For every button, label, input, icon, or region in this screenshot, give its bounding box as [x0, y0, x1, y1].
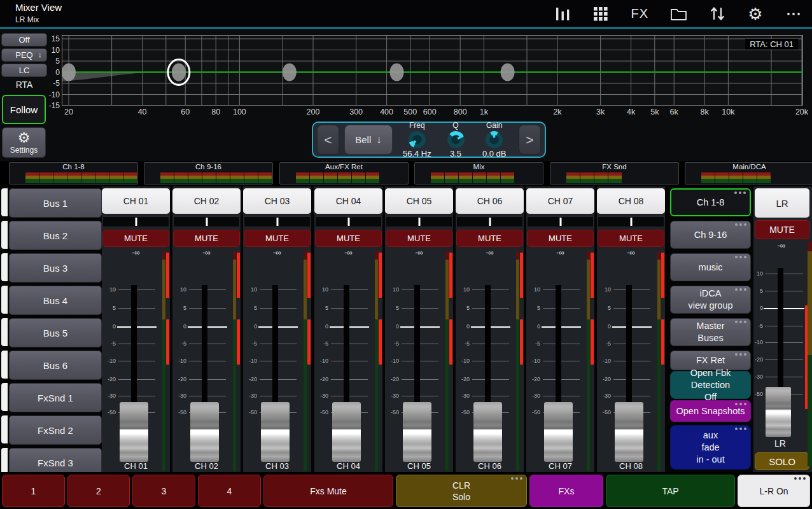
fader-cap[interactable] — [403, 402, 431, 462]
channel-mute-button[interactable]: MUTE — [598, 230, 664, 247]
eq-mode-off[interactable]: Off — [1, 33, 47, 46]
view-group-open-snapshots[interactable]: Open Snapshots — [670, 400, 751, 422]
fader-cap[interactable] — [190, 402, 219, 462]
bottom-button-fxs-mute[interactable]: Fxs Mute — [263, 475, 393, 507]
follow-button[interactable]: Follow — [2, 95, 46, 124]
freq-tick-label: 3k — [596, 108, 605, 116]
channel-select-button[interactable]: CH 02 — [172, 188, 241, 214]
eq-mode-lc[interactable]: LC — [1, 64, 47, 77]
channel-mute-button[interactable]: MUTE — [173, 230, 240, 247]
view-group-idca[interactable]: iDCA view group — [670, 286, 751, 314]
channel-select-button[interactable]: CH 05 — [385, 188, 453, 214]
fader-scale-line — [260, 396, 297, 396]
bottom-button-fxs[interactable]: FXs — [529, 475, 603, 507]
gain-knob[interactable] — [484, 130, 504, 150]
sidebar-item-fxsnd-2[interactable]: FxSnd 2 — [9, 415, 102, 445]
view-group-ch-9-16[interactable]: Ch 9-16 — [670, 221, 751, 249]
gear-icon: ⚙ — [748, 6, 762, 22]
pan-control[interactable] — [598, 216, 664, 227]
pan-control[interactable] — [102, 216, 169, 227]
channel-select-button[interactable]: CH 03 — [243, 188, 311, 214]
channel-strip: CH 01MUTE-∞1050-5-10-20-30-50CH 01 — [102, 186, 170, 472]
meter-bridge-block[interactable]: FX Snd — [550, 162, 679, 185]
channel-select-button[interactable]: CH 07 — [526, 188, 594, 214]
master-select-button[interactable]: LR — [755, 188, 809, 218]
meter-bridge-block[interactable]: Aux/FX Ret — [279, 162, 409, 185]
channel-select-button[interactable]: CH 01 — [102, 188, 170, 214]
up-down-arrows-icon[interactable] — [709, 4, 725, 24]
bottom-button-l-r-on[interactable]: L-R On — [738, 475, 810, 507]
bottom-button-1[interactable]: 1 — [2, 475, 65, 507]
freq-knob[interactable] — [407, 130, 427, 150]
band-knobs: Freq56.4 HzQ3.5Gain0.0 dB — [398, 122, 514, 158]
eq-settings-button[interactable]: ⚙ Settings — [2, 127, 46, 158]
view-group-master[interactable]: Master Buses — [670, 318, 751, 346]
prev-band-button[interactable]: < — [317, 125, 339, 155]
sidebar-item-bus-5[interactable]: Bus 5 — [9, 318, 102, 347]
more-icon[interactable] — [785, 4, 802, 24]
eq-graph[interactable]: RTA: CH 01 — [62, 35, 803, 106]
meter-bridge-block[interactable]: Main/DCA — [685, 162, 812, 185]
sidebar-item-fxsnd-3[interactable]: FxSnd 3 — [9, 448, 102, 472]
channel-mute-button[interactable]: MUTE — [527, 230, 594, 247]
meter-cell-ok — [174, 179, 188, 183]
meter-bridge-block[interactable]: Ch 1-8 — [9, 162, 138, 185]
bottom-button-tap[interactable]: TAP — [606, 475, 735, 507]
sidebar-item-bus-6[interactable]: Bus 6 — [9, 351, 102, 380]
channel-select-button[interactable]: CH 08 — [597, 188, 665, 214]
fader-cap[interactable] — [332, 402, 361, 462]
sidebar-item-bus-4[interactable]: Bus 4 — [9, 286, 102, 315]
band-type-dropdown[interactable]: Bell ↓ — [344, 125, 393, 155]
pan-control[interactable] — [173, 216, 240, 227]
bottom-button-4[interactable]: 4 — [198, 475, 261, 507]
meters-icon[interactable] — [554, 4, 571, 24]
meter-bridge-block[interactable]: Mix — [414, 162, 543, 185]
view-group-music[interactable]: music — [670, 253, 751, 281]
view-group-open-fbk-detection[interactable]: Open Fbk Detection Off — [670, 371, 751, 399]
channel-mute-button[interactable]: MUTE — [386, 230, 452, 247]
gear-icon: ⚙ — [18, 131, 31, 145]
bottom-button-3[interactable]: 3 — [132, 475, 195, 507]
fx-icon[interactable]: FX — [631, 4, 648, 24]
bottom-button-clr[interactable]: CLR Solo — [396, 475, 527, 507]
solo-button[interactable]: SOLO — [755, 452, 809, 470]
sidebar-item-bus-1[interactable]: Bus 1 — [9, 188, 102, 218]
channel-mute-button[interactable]: MUTE — [102, 230, 169, 247]
eq-mode-peq[interactable]: PEQ↓ — [1, 48, 47, 62]
settings-gear-icon[interactable]: ⚙ — [747, 4, 764, 24]
pan-control[interactable] — [315, 216, 382, 227]
fader-scale-line — [189, 379, 226, 380]
view-group-aux[interactable]: aux fade in - out — [670, 425, 751, 470]
fader-cap[interactable] — [544, 402, 573, 462]
sidebar-item-bus-3[interactable]: Bus 3 — [9, 253, 102, 282]
fader-cap[interactable] — [261, 402, 290, 462]
fader-scale-label: 0 — [247, 323, 257, 330]
pan-control[interactable] — [386, 216, 452, 227]
sidebar-item-bus-2[interactable]: Bus 2 — [9, 221, 102, 250]
folder-icon[interactable] — [670, 4, 687, 24]
sidebar-item-fxsnd-1[interactable]: FxSnd 1 — [9, 383, 102, 412]
grid-icon[interactable] — [592, 4, 609, 24]
fader-scale-line — [117, 326, 157, 328]
master-fader-cap[interactable] — [766, 387, 791, 437]
view-group-ch-1-8[interactable]: Ch 1-8 — [670, 188, 751, 216]
bottom-button-2[interactable]: 2 — [67, 475, 130, 507]
channel-select-button[interactable]: CH 04 — [314, 188, 382, 214]
channel-mute-button[interactable]: MUTE — [244, 230, 311, 247]
next-band-button[interactable]: > — [519, 125, 541, 155]
meter-bridge-block[interactable]: Ch 9-16 — [144, 162, 273, 185]
fader-scale-label: 0 — [389, 323, 399, 330]
q-knob[interactable] — [446, 130, 466, 150]
pan-control[interactable] — [244, 216, 311, 227]
master-mute-button[interactable]: MUTE — [755, 220, 809, 239]
fader-cap[interactable] — [473, 402, 502, 462]
channel-select-button[interactable]: CH 06 — [456, 188, 524, 214]
fader-cap[interactable] — [120, 402, 148, 462]
fader-cap[interactable] — [615, 402, 643, 462]
channel-mute-button[interactable]: MUTE — [315, 230, 382, 247]
meter-cell-ok — [580, 179, 594, 183]
pan-control[interactable] — [527, 216, 594, 227]
channel-mute-button[interactable]: MUTE — [456, 230, 523, 247]
pan-control[interactable] — [456, 216, 523, 227]
bottom-button-bar: 1234Fxs MuteCLR SoloFXsTAPL-R On — [0, 473, 812, 509]
